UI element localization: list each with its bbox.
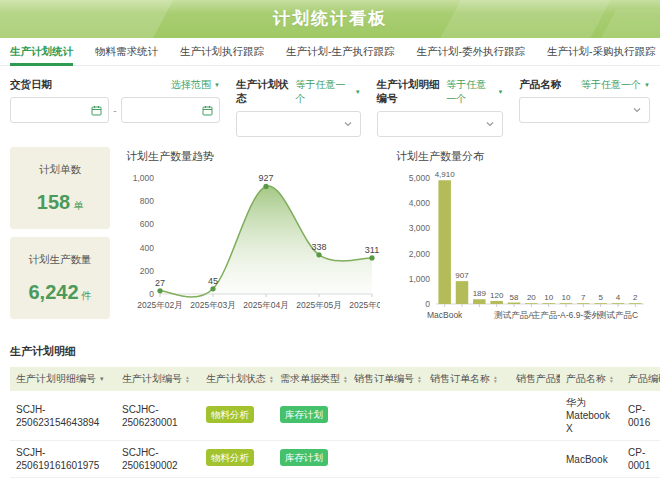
sort-icon[interactable]: ▴▾ [344,375,347,383]
filter-label: 生产计划状态 [236,78,296,106]
bar [525,303,537,304]
cell-plan_no: SCJHC-2506190002 [116,441,200,478]
cell-demand_type: 销售订单 [274,478,348,484]
cell-detail_no: SCJH-250619161510706 [10,478,116,484]
column-header-sales_order_no: 销售订单编号▴▾ [348,367,424,391]
column-header-label: 销售订单名称 [430,372,490,386]
column-header-demand_type: 需求单据类型▴▾ [274,367,348,391]
tab-1[interactable]: 生产计划统计 [10,45,73,65]
bar-value-label: 4,910 [435,170,456,179]
data-point [369,255,374,260]
filter-select[interactable] [377,111,504,137]
data-point [316,252,321,257]
bar-value-label: 189 [473,289,487,298]
x-axis-tick-label: 测试产品A [493,310,534,320]
filter-operator-button[interactable]: 等于任意一个▼ [446,78,503,106]
filter-operator-button[interactable]: 等于任意一个▼ [295,78,360,106]
production-plan-detail-table: 生产计划明细编号▾生产计划编号▴▾生产计划状态▴▾需求单据类型▴▾销售订单编号▴… [10,367,660,484]
cell-product_name: MacBook [560,478,622,484]
column-header-label: 销售订单编号 [354,372,414,386]
sort-icon[interactable]: ▴▾ [270,375,273,383]
filter-operator-button[interactable]: 选择范围▼ [171,78,220,92]
bar-value-label: 20 [527,293,536,302]
bar-value-label: 120 [490,291,504,300]
table-row: SCJH-250623154643894SCJHC-2506230001物料分析… [10,391,660,441]
tab-6[interactable]: 生产计划-采购执行跟踪 [547,45,656,65]
y-axis-tick-label: 3,000 [409,223,431,233]
bar [473,299,485,304]
filter-group-2: 生产计划状态等于任意一个▼ [236,78,361,137]
cell-sales_order_no [348,441,424,478]
bar [508,303,520,304]
tab-2[interactable]: 物料需求统计 [95,45,158,65]
chevron-down-icon [485,119,495,129]
tab-5[interactable]: 生产计划-委外执行跟踪 [417,45,526,65]
status-badge: 物料分析 [206,406,254,423]
area-fill [160,186,372,297]
stat-card-unit: 件 [82,290,92,301]
tab-4[interactable]: 生产计划-生产执行跟踪 [286,45,395,65]
sort-icon[interactable]: ▴▾ [494,375,497,383]
data-point-label: 45 [208,276,218,286]
bar [560,303,572,304]
trend-area-chart: 02004006008001,000272025年02月452025年03月92… [122,166,380,328]
y-axis-tick-label: 4,000 [409,198,431,208]
filter-label: 产品名称 [519,78,561,92]
sort-icon[interactable]: ▴▾ [186,375,189,383]
stat-card-title: 计划单数 [39,163,81,177]
cell-demand_type: 库存计划 [274,391,348,441]
date-start-input[interactable] [10,97,109,123]
bar [456,281,468,304]
filter-select[interactable] [236,111,361,137]
x-axis-tick-label: 测试产品C [597,310,638,320]
cell-product_name: 华为Matebook X [560,391,622,441]
cell-product_code: CP-0001 [622,478,660,484]
y-axis-tick-label: 2,000 [409,249,431,259]
date-range-separator: - [113,105,116,116]
status-badge: 库存计划 [280,449,328,466]
table-section-title: 生产计划明细 [10,344,650,359]
distribution-chart-title: 计划生产数量分布 [396,149,650,164]
filter-group-4: 产品名称等于任意一个▼ [519,78,650,137]
filter-label: 生产计划明细编号 [377,78,447,106]
column-header-label: 生产计划明细编号 [16,372,96,386]
stat-cards-column: 计划单数158单计划生产数量6,242件 [10,147,110,332]
table-body: SCJH-250623154643894SCJHC-2506230001物料分析… [10,391,660,484]
column-header-product_code: 产品编码 [622,367,660,391]
stat-card-2: 计划生产数量6,242件 [10,237,110,319]
sort-desc-icon: ▾ [270,379,273,383]
detail-table-section: 生产计划明细 生产计划明细编号▾生产计划编号▴▾生产计划状态▴▾需求单据类型▴▾… [0,332,660,484]
sort-icon[interactable]: ▴▾ [610,375,613,383]
y-axis-tick-label: 5,000 [409,173,431,183]
bar-value-label: 7 [581,293,586,302]
trend-chart-card: 计划生产数量趋势 02004006008001,000272025年02月452… [122,147,380,332]
filter-select[interactable] [519,97,650,123]
y-axis-tick-label: 200 [140,266,154,276]
sort-icon[interactable]: ▴▾ [418,375,421,383]
dashboard-row: 计划单数158单计划生产数量6,242件 计划生产数量趋势 0200400600… [0,137,660,332]
chevron-down-icon [632,105,642,115]
column-header-product_name: 产品名称▴▾ [560,367,622,391]
data-point-label: 311 [365,245,379,255]
stat-card-title: 计划生产数量 [29,253,92,267]
filter-group-1: 交货日期选择范围▼- [10,78,220,137]
cell-sales_order_no [348,391,424,441]
y-axis-tick-label: 800 [140,196,154,206]
column-header-label: 销售产品数量 [516,372,560,386]
column-header-status: 生产计划状态▴▾ [200,367,274,391]
distribution-chart-card: 计划生产数量分布 01,0002,0003,0004,0005,0004,910… [392,147,650,332]
status-badge: 物料分析 [206,449,254,466]
table-row: SCJH-250619161510706SCJHC-2506190002待执行物… [10,478,660,484]
column-header-detail_no: 生产计划明细编号▾ [10,367,116,391]
y-axis-tick-label: 600 [140,219,154,229]
tab-3[interactable]: 生产计划执行跟踪 [180,45,264,65]
date-end-input[interactable] [121,97,220,123]
sort-desc-icon: ▾ [186,379,189,383]
bar-value-label: 5 [598,293,603,302]
sort-desc-icon[interactable]: ▾ [100,375,104,383]
column-header-plan_no: 生产计划编号▴▾ [116,367,200,391]
bar-value-label: 4 [616,293,621,302]
page-title: 计划统计看板 [0,0,660,38]
filter-operator-button[interactable]: 等于任意一个▼ [581,78,650,92]
column-header-label: 生产计划状态 [206,372,266,386]
